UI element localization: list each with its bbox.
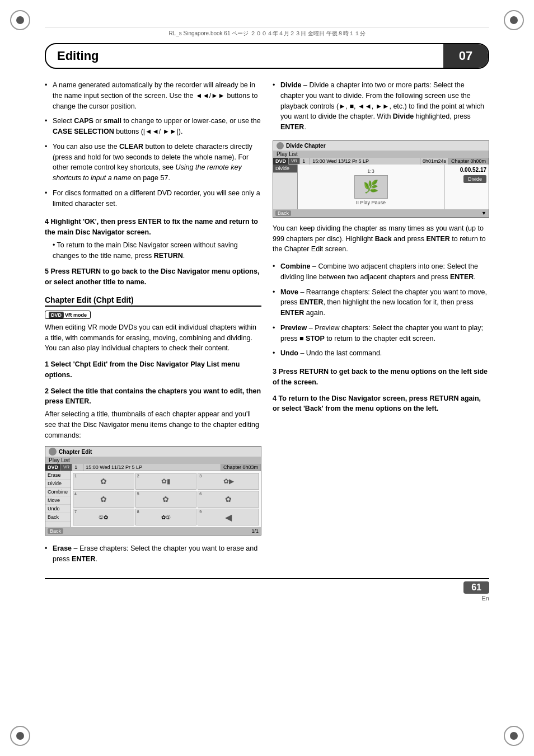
bullet-caps: Select CAPS or small to change to upper … bbox=[45, 114, 261, 139]
right-step3-heading: 3 Press RETURN to get back to the menu o… bbox=[273, 367, 489, 388]
divide-footer: Back ▼ bbox=[273, 209, 489, 217]
chapter-edit-title: Chapter Edit (Chpt Edit) bbox=[45, 295, 261, 307]
right-step4-heading: 4 To return to the Disc Navigator screen… bbox=[273, 393, 489, 415]
sidebar-move[interactable]: Move bbox=[45, 496, 71, 505]
divide-info-text: You can keep dividing the chapter as man… bbox=[273, 223, 489, 255]
page-header: Editing 07 bbox=[45, 43, 489, 69]
divide-intro-list: Divide – Divide a chapter into two or mo… bbox=[273, 78, 489, 135]
divide-intro-bullet: Divide – Divide a chapter into two or mo… bbox=[273, 78, 489, 135]
chapter-edit-screen: Chapter Edit Play List DVD VR 1 15:00 We… bbox=[45, 446, 261, 536]
chapter-thumb-2: 2 ✿▮ bbox=[135, 473, 197, 490]
chapter-thumb-4: 4 ✿ bbox=[73, 491, 134, 508]
divide-footer-arrow: ▼ bbox=[481, 210, 486, 216]
chapter-thumb-3: 3 ✿▶ bbox=[198, 473, 259, 490]
bullet-clear: You can also use the CLEAR button to del… bbox=[45, 139, 261, 186]
sidebar-divide[interactable]: Divide bbox=[45, 480, 71, 488]
chapter-thumb-5: 5 ✿ bbox=[135, 491, 197, 508]
undo-bullet: Undo – Undo the last command. bbox=[273, 346, 489, 361]
step5-heading: 5 Press RETURN to go back to the Disc Na… bbox=[45, 266, 261, 288]
step1-heading: 1 Select 'Chpt Edit' from the Disc Navig… bbox=[45, 359, 261, 381]
step4-heading: 4 Highlight 'OK', then press ENTER to fi… bbox=[45, 217, 261, 238]
meta-bar: RL_s Singapore.book 61 ページ ２００４年４月２３日 金曜… bbox=[45, 27, 489, 37]
timecode: 0.00.52.17 bbox=[460, 167, 486, 173]
chapter-thumb-6: 6 ✿ bbox=[198, 491, 259, 508]
chapter-grid: 1 ✿ 2 ✿▮ 3 ✿▶ 4 bbox=[71, 471, 261, 527]
step2-sub: After selecting a title, thumbnails of e… bbox=[45, 409, 261, 440]
divide-dvd-label: DVD bbox=[273, 158, 289, 165]
chapter-thumb-9: 9 ◀ bbox=[198, 509, 259, 525]
divide-chapter-screen: Divide Chapter Play List DVD VR 1 15:00 … bbox=[273, 140, 489, 218]
chapter-thumb-8: 8 ✿① bbox=[135, 509, 197, 525]
vr-label: VR bbox=[61, 464, 72, 471]
sidebar-back[interactable]: Back bbox=[45, 513, 71, 522]
divide-main-area: 1:3 🌿 II Play Pause bbox=[298, 165, 444, 209]
page-title: Editing bbox=[46, 44, 443, 68]
chapter-edit-intro: When editing VR mode DVDs you can edit i… bbox=[45, 322, 261, 354]
dvd-label: DVD bbox=[45, 464, 61, 471]
footer-page: 1/1 bbox=[251, 528, 259, 534]
divide-right-panel: 0.00.52.17 Divide bbox=[444, 165, 489, 209]
screen-table-header: DVD VR 1 15:00 Wed 11/12 Pr 5 LP Chapter… bbox=[45, 464, 261, 471]
footer-area: 61 En bbox=[45, 578, 489, 602]
vr-mode-badge: DVDVR mode bbox=[45, 310, 261, 322]
page: RL_s Singapore.book 61 ページ ２００４年４月２３日 金曜… bbox=[0, 0, 534, 756]
step2-heading: 2 Select the title that contains the cha… bbox=[45, 386, 261, 407]
divide-rec-time: 0h01m24s bbox=[420, 158, 449, 165]
divide-title-num: 1 bbox=[300, 158, 310, 165]
corner-decoration-br bbox=[504, 726, 524, 746]
divide-screen-icon bbox=[277, 142, 284, 149]
combine-bullet: Combine – Combine two adjacent chapters … bbox=[273, 259, 489, 285]
divide-table-row: DVD VR 1 15:00 Wed 13/12 Pr 5 LP 0h01m24… bbox=[273, 158, 489, 165]
divide-sidebar: Divide bbox=[273, 165, 298, 209]
page-lang: En bbox=[463, 595, 489, 602]
screen-body: Erase Divide Combine Move Undo Back 1 ✿ bbox=[45, 471, 261, 527]
divide-chapter-info: Chapter 0h00m bbox=[449, 158, 489, 165]
divide-vr-label: VR bbox=[289, 158, 300, 164]
chapter-thumb-7: 7 ①✿ bbox=[73, 509, 134, 525]
page-footer: 61 En bbox=[45, 578, 489, 602]
sidebar-combine[interactable]: Combine bbox=[45, 488, 71, 496]
divide-button[interactable]: Divide bbox=[463, 175, 486, 183]
sidebar-erase[interactable]: Erase bbox=[45, 471, 71, 480]
corner-decoration-bl bbox=[10, 726, 30, 746]
erase-bullet: Erase – Erase chapters: Select the chapt… bbox=[45, 541, 261, 567]
title-num: 1 bbox=[72, 464, 83, 471]
right-column: Divide – Divide a chapter into two or mo… bbox=[273, 78, 489, 567]
divide-screen-title: Divide Chapter bbox=[286, 143, 326, 149]
divide-pos-label: 1:3 bbox=[367, 168, 374, 174]
bullet-disc-format: For discs formatted on a different DVD r… bbox=[45, 186, 261, 212]
screen-sidebar: Erase Divide Combine Move Undo Back bbox=[45, 471, 71, 527]
pause-label: II Play Pause bbox=[356, 200, 386, 205]
left-column: A name generated automatically by the re… bbox=[45, 78, 261, 567]
screen-title: Chapter Edit bbox=[59, 449, 92, 455]
divide-sidebar-btn[interactable]: Divide bbox=[273, 165, 297, 173]
preview-bullet: Preview – Preview chapters: Select the c… bbox=[273, 321, 489, 346]
erase-bullet-list: Erase – Erase chapters: Select the chapt… bbox=[45, 541, 261, 567]
divide-back-btn[interactable]: Back bbox=[275, 210, 291, 216]
corner-decoration-tl bbox=[10, 10, 30, 30]
page-number: 61 bbox=[463, 581, 489, 594]
screen-footer: Back 1/1 bbox=[45, 527, 261, 535]
sidebar-undo[interactable]: Undo bbox=[45, 505, 71, 513]
move-bullet: Move – Rearrange chapters: Select the ch… bbox=[273, 285, 489, 321]
divide-thumb: 🌿 bbox=[354, 175, 388, 199]
screen-header: Chapter Edit bbox=[45, 447, 261, 457]
step4-sub: • To return to the main Disc Navigator s… bbox=[53, 240, 261, 261]
divide-title-info: 15:00 Wed 13/12 Pr 5 LP bbox=[310, 158, 420, 165]
page-number-block: 61 En bbox=[463, 581, 489, 602]
divide-playlist: Play List bbox=[273, 151, 489, 158]
main-content: A name generated automatically by the re… bbox=[45, 78, 489, 567]
divide-screen-header: Divide Chapter bbox=[273, 141, 489, 151]
screen-playlist: Play List bbox=[45, 457, 261, 464]
right-bullets-list: Combine – Combine two adjacent chapters … bbox=[273, 259, 489, 361]
corner-decoration-tr bbox=[504, 10, 524, 30]
divide-body: Divide 1:3 🌿 II Play Pause 0.00.52.1 bbox=[273, 165, 489, 209]
chapter-info: Chapter 0h03m bbox=[221, 464, 261, 471]
chapter-thumb-1: 1 ✿ bbox=[73, 473, 134, 490]
file-info: RL_s Singapore.book 61 ページ ２００４年４月２３日 金曜… bbox=[168, 30, 365, 36]
footer-back-btn[interactable]: Back bbox=[48, 528, 63, 534]
bullet-name-input: A name generated automatically by the re… bbox=[45, 78, 261, 114]
bullets-top-list: A name generated automatically by the re… bbox=[45, 78, 261, 211]
chapter-number: 07 bbox=[443, 44, 488, 68]
screen-icon bbox=[49, 448, 57, 456]
